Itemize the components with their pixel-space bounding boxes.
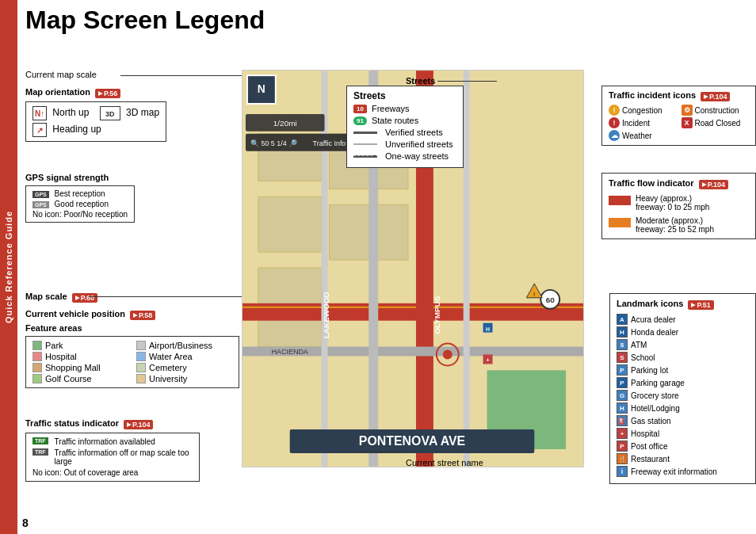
freeway-icon: 10 <box>353 105 367 113</box>
water-color <box>136 352 146 361</box>
feature-grid: Park Airport/Business Hospital Water Are… <box>32 341 232 383</box>
traffic-none-label: No icon: Out of coverage area <box>32 468 138 477</box>
traffic-status-section: Traffic status indicator P.104 TRF Traff… <box>25 418 200 482</box>
traffic-flow-ref: P.104 <box>699 180 728 189</box>
incident-congestion: ! Congestion <box>609 105 677 116</box>
landmark-parking-lot: P Parking lot <box>617 364 749 376</box>
verified-line <box>353 132 377 134</box>
feature-areas-label: Feature areas <box>25 323 239 333</box>
landmark-ref: P.51 <box>688 300 713 310</box>
incident-road-closed: X Road Closed <box>682 117 750 128</box>
svg-text:H: H <box>486 326 490 332</box>
gps-good-label: Good reception <box>55 200 109 208</box>
feature-golf: Golf Course <box>32 374 128 383</box>
gps-best-label: Best reception <box>55 189 105 198</box>
landmark-honda: H Honda dealer <box>617 326 749 338</box>
svg-text:+: + <box>487 357 490 363</box>
svg-text:Traffic Info: Traffic Info <box>313 139 346 147</box>
feature-shopping: Shopping Mall <box>32 363 128 372</box>
hospital-color <box>32 352 42 361</box>
traffic-off-icon: TRF <box>32 448 48 456</box>
svg-text:N: N <box>258 82 265 95</box>
streets-verified: Verified streets <box>353 128 456 137</box>
landmark-atm: $ ATM <box>617 339 749 350</box>
gps-none-label: No icon: Poor/No reception <box>32 210 128 219</box>
streets-state: 91 State routes <box>353 116 456 125</box>
svg-text:60: 60 <box>546 296 556 304</box>
street-callout-line <box>358 452 406 452</box>
streets-freeways: 10 Freeways <box>353 104 456 113</box>
feature-hospital: Hospital <box>32 352 128 361</box>
construction-icon: ⚙ <box>682 105 693 116</box>
traffic-flow-heavy: Heavy (approx.) freeway: 0 to 25 mph <box>609 194 749 212</box>
feature-park: Park <box>32 341 128 350</box>
landmark-post-office: P Post office <box>617 441 749 452</box>
road-closed-icon: X <box>682 117 693 128</box>
traffic-incidents-ref: P.104 <box>701 92 730 101</box>
university-color <box>136 374 146 383</box>
incident-incident: ! Incident <box>609 117 677 128</box>
streets-callout-label: Streets <box>406 76 435 86</box>
map-orientation-label: Map orientation <box>25 87 90 97</box>
incident-construction: ⚙ Construction <box>682 105 750 116</box>
svg-text:!: ! <box>533 292 535 297</box>
svg-rect-7 <box>242 303 583 321</box>
traffic-incidents-grid: ! Congestion ⚙ Construction ! Incident X… <box>609 105 749 141</box>
gps-signal-label: GPS signal strength <box>25 173 135 182</box>
svg-text:OLYMPUS: OLYMPUS <box>433 296 441 334</box>
svg-text:LAKEWOOD: LAKEWOOD <box>322 292 330 338</box>
map-scale-label: Map scale <box>25 292 67 301</box>
traffic-incidents-title: Traffic incident icons <box>609 90 696 100</box>
map-orientation-ref: P.56 <box>95 89 120 98</box>
svg-rect-13 <box>464 71 470 467</box>
parking-garage-icon: P <box>617 377 628 388</box>
gps-good-icon: GPS <box>32 201 49 208</box>
map-orientation-box: N↑ North up 3D 3D map ↗ Heading up <box>25 101 166 142</box>
incident-icon: ! <box>609 117 620 128</box>
cemetery-color <box>136 363 146 372</box>
svg-point-20 <box>443 350 452 360</box>
congestion-icon: ! <box>609 105 620 116</box>
svg-text:1/20mi: 1/20mi <box>273 119 297 128</box>
side-tab: Quick Reference Guide <box>0 0 17 534</box>
incident-weather: ☁ Weather <box>609 130 677 141</box>
svg-text:🔍 50  5  1/4  🔎: 🔍 50 5 1/4 🔎 <box>250 139 298 148</box>
map-scale-ref: P.60 <box>72 293 97 303</box>
streets-unverified: Unverified streets <box>353 139 456 149</box>
landmark-freeway-exit: i Freeway exit information <box>617 466 749 477</box>
honda-icon: H <box>617 326 628 338</box>
restaurant-icon: 🍴 <box>617 453 628 464</box>
traffic-incidents-box: Traffic incident icons P.104 ! Congestio… <box>601 86 756 146</box>
landmark-school: S School <box>617 352 749 363</box>
gps-best-icon: GPS <box>32 191 49 198</box>
current-street-name-callout: Current street name <box>406 458 483 467</box>
main-content: Map Screen Legend Current map scale Map … <box>17 0 756 534</box>
hotel-icon: H <box>617 402 628 414</box>
park-color <box>32 341 42 350</box>
vehicle-position-label: Current vehicle position <box>25 309 125 318</box>
traffic-flow-box: Traffic flow indicator P.104 Heavy (appr… <box>601 173 756 239</box>
gas-icon: ⛽ <box>617 415 628 426</box>
svg-text:PONTENOVA AVE: PONTENOVA AVE <box>359 434 465 448</box>
landmark-parking-garage: P Parking garage <box>617 377 749 388</box>
north-up-icon: N↑ <box>32 106 47 120</box>
svg-rect-8 <box>242 307 583 308</box>
landmark-icons-box: Landmark icons P.51 A Acura dealer H Hon… <box>609 293 756 484</box>
atm-icon: $ <box>617 339 628 350</box>
landmark-restaurant: 🍴 Restaurant <box>617 453 749 464</box>
airport-color <box>136 341 146 350</box>
streets-box: Streets 10 Freeways 91 State routes Veri… <box>346 86 464 168</box>
traffic-status-ref: P.104 <box>124 420 153 429</box>
acura-icon: A <box>617 314 628 325</box>
side-tab-label: Quick Reference Guide <box>4 211 13 323</box>
svg-text:HACIENDA: HACIENDA <box>272 348 308 356</box>
traffic-flow-moderate: Moderate (approx.) freeway: 25 to 52 mph <box>609 216 749 234</box>
svg-rect-5 <box>329 204 408 260</box>
map-scale-line <box>89 296 243 297</box>
heading-up-icon: ↗ <box>32 123 47 137</box>
oneway-line: → <box>353 155 377 158</box>
page-title: Map Screen Legend <box>17 0 756 37</box>
feature-cemetery: Cemetery <box>136 363 232 372</box>
streets-callout-line <box>437 81 497 82</box>
page-number: 8 <box>22 517 29 529</box>
